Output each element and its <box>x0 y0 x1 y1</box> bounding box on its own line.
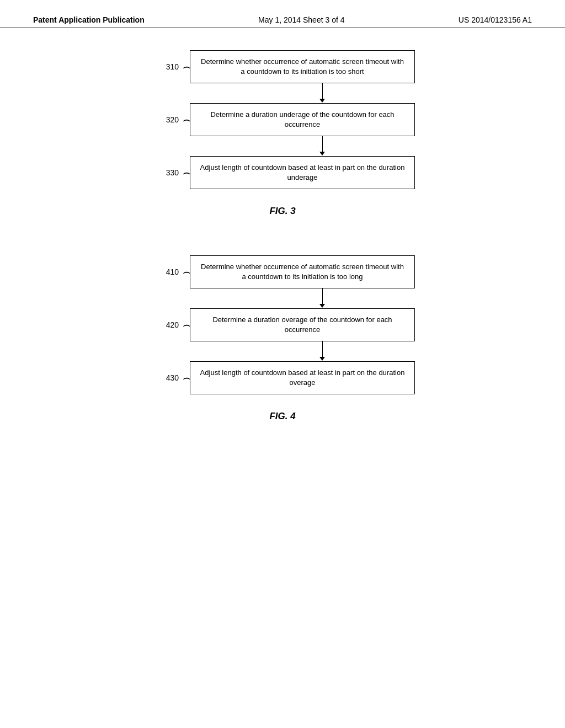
step-label-310: 310 <box>150 62 183 71</box>
header-patent-number: US 2014/0123156 A1 <box>459 15 532 24</box>
bracket-410: ⌢ <box>183 266 190 278</box>
step-box-430: Adjust length of countdown based at leas… <box>190 361 415 394</box>
header-publication-label: Patent Application Publication <box>33 15 145 24</box>
step-box-330: Adjust length of countdown based at leas… <box>190 156 415 189</box>
connector-arrow-3 <box>319 304 325 308</box>
step-box-320: Determine a duration underage of the cou… <box>190 103 415 136</box>
figure-4-section: 410 ⌢ Determine whether occurrence of au… <box>44 255 521 444</box>
bracket-430: ⌢ <box>183 372 190 384</box>
step-label-330: 330 <box>150 168 183 177</box>
bracket-420: ⌢ <box>183 319 190 331</box>
flow-step-330: 330 ⌢ Adjust length of countdown based a… <box>150 156 415 189</box>
bracket-330: ⌢ <box>183 167 190 179</box>
step-label-320: 320 <box>150 115 183 124</box>
connector-410-420 <box>150 288 415 308</box>
connector-arrow-4 <box>319 357 325 361</box>
connector-420-430 <box>150 341 415 361</box>
connector-line-2 <box>322 136 323 152</box>
step-box-410: Determine whether occurrence of automati… <box>190 255 415 288</box>
connector-320-330 <box>150 136 415 156</box>
connector-arrow-2 <box>319 152 325 156</box>
connector-line-1 <box>322 83 323 99</box>
flow-step-410: 410 ⌢ Determine whether occurrence of au… <box>150 255 415 288</box>
step-box-420: Determine a duration overage of the coun… <box>190 308 415 341</box>
connector-310-320 <box>150 83 415 103</box>
flow-step-430: 430 ⌢ Adjust length of countdown based a… <box>150 361 415 394</box>
connector-line-4 <box>322 341 323 357</box>
figure-3-section: 310 ⌢ Determine whether occurrence of au… <box>44 50 521 239</box>
flowchart-fig3: 310 ⌢ Determine whether occurrence of au… <box>150 50 415 189</box>
connector-arrow-1 <box>319 99 325 103</box>
flow-step-310: 310 ⌢ Determine whether occurrence of au… <box>150 50 415 83</box>
step-label-430: 430 <box>150 373 183 382</box>
bracket-310: ⌢ <box>183 61 190 73</box>
main-content: 310 ⌢ Determine whether occurrence of au… <box>0 28 565 483</box>
flow-step-420: 420 ⌢ Determine a duration overage of th… <box>150 308 415 341</box>
flow-step-320: 320 ⌢ Determine a duration underage of t… <box>150 103 415 136</box>
flowchart-fig4: 410 ⌢ Determine whether occurrence of au… <box>150 255 415 394</box>
bracket-320: ⌢ <box>183 114 190 126</box>
fig4-caption: FIG. 4 <box>269 411 295 422</box>
step-box-310: Determine whether occurrence of automati… <box>190 50 415 83</box>
step-label-410: 410 <box>150 267 183 276</box>
fig3-caption: FIG. 3 <box>269 206 295 217</box>
page-header: Patent Application Publication May 1, 20… <box>0 0 565 28</box>
header-date-sheet: May 1, 2014 Sheet 3 of 4 <box>258 15 344 24</box>
connector-line-3 <box>322 288 323 304</box>
step-label-420: 420 <box>150 320 183 329</box>
